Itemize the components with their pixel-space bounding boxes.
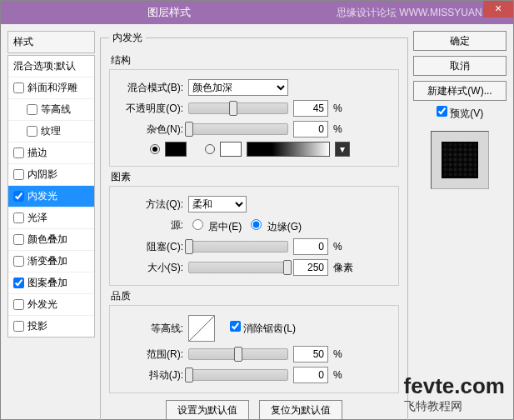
style-item-checkbox[interactable] — [13, 321, 24, 332]
style-item-checkbox[interactable] — [27, 126, 37, 137]
make-default-button[interactable]: 设置为默认值 — [166, 400, 249, 420]
style-item-checkbox[interactable] — [13, 148, 24, 158]
style-item-checkbox[interactable] — [13, 278, 24, 288]
range-slider[interactable] — [188, 348, 288, 360]
range-input[interactable] — [293, 346, 328, 362]
antialias-checkbox[interactable]: 消除锯齿(L) — [230, 321, 296, 336]
contour-label: 等高线: — [117, 322, 183, 336]
gradient-end-swatch[interactable] — [220, 142, 242, 157]
quality-legend: 品质 — [111, 289, 399, 303]
style-item-checkbox[interactable] — [13, 234, 24, 245]
style-item-label: 内阴影 — [27, 168, 57, 182]
jitter-label: 抖动(J): — [117, 368, 183, 382]
style-item-图案叠加[interactable]: 图案叠加 — [8, 272, 94, 294]
close-button[interactable]: × — [483, 1, 513, 18]
style-item-外发光[interactable]: 外发光 — [8, 294, 94, 316]
watermark: fevte.com 飞特教程网 — [404, 373, 505, 414]
style-item-内阴影[interactable]: 内阴影 — [8, 164, 94, 186]
solid-color-swatch[interactable] — [165, 142, 187, 157]
inner-glow-fieldset: 内发光 结构 混合模式(B): 颜色加深 不透明度(O): % 杂色(N): — [100, 31, 408, 420]
style-item-label: 渐变叠加 — [27, 254, 67, 268]
elements-legend: 图素 — [111, 170, 399, 184]
range-label: 范围(R): — [117, 348, 183, 362]
gradient-radio[interactable] — [205, 144, 215, 154]
ok-button[interactable]: 确定 — [413, 31, 507, 51]
choke-label: 阻塞(C): — [117, 240, 183, 254]
new-style-button[interactable]: 新建样式(W)... — [413, 81, 507, 101]
style-item-斜面和浮雕[interactable]: 斜面和浮雕 — [8, 78, 94, 99]
style-item-光泽[interactable]: 光泽 — [8, 208, 94, 229]
size-input[interactable] — [293, 259, 328, 276]
layer-style-dialog: 图层样式 思缘设计论坛 WWW.MISSYUAN.COM × 样式 混合选项:默… — [0, 0, 514, 420]
structure-legend: 结构 — [111, 53, 399, 68]
style-item-checkbox[interactable] — [27, 104, 37, 115]
source-label: 源: — [117, 218, 183, 232]
style-item-checkbox[interactable] — [13, 256, 24, 267]
source-center-radio[interactable]: 居中(E) — [188, 217, 242, 234]
noise-label: 杂色(N): — [117, 122, 183, 137]
style-item-渐变叠加[interactable]: 渐变叠加 — [8, 251, 94, 272]
style-item-checkbox[interactable] — [13, 191, 24, 202]
style-item-label: 颜色叠加 — [27, 232, 67, 247]
jitter-input[interactable] — [293, 367, 328, 383]
noise-slider[interactable] — [188, 123, 288, 135]
style-item-checkbox[interactable] — [13, 299, 24, 310]
style-item-内发光[interactable]: 内发光 — [8, 186, 94, 208]
titlebar: 图层样式 思缘设计论坛 WWW.MISSYUAN.COM × — [1, 1, 513, 24]
technique-select[interactable]: 柔和 — [188, 196, 247, 212]
size-slider[interactable] — [188, 262, 288, 273]
style-item-投影[interactable]: 投影 — [8, 316, 94, 337]
style-item-label: 等高线 — [41, 102, 71, 117]
blending-options-default[interactable]: 混合选项:默认 — [8, 56, 94, 78]
panel-title: 内发光 — [109, 31, 146, 45]
style-item-颜色叠加[interactable]: 颜色叠加 — [8, 229, 94, 251]
style-item-label: 斜面和浮雕 — [27, 81, 77, 95]
style-item-label: 图案叠加 — [27, 276, 67, 290]
noise-input[interactable] — [293, 121, 328, 138]
technique-label: 方法(Q): — [117, 198, 183, 212]
blend-mode-label: 混合模式(B): — [117, 81, 183, 95]
style-item-等高线[interactable]: 等高线 — [8, 99, 94, 121]
style-item-checkbox[interactable] — [13, 212, 24, 223]
solid-color-radio[interactable] — [150, 144, 160, 154]
source-edge-radio[interactable]: 边缘(G) — [247, 217, 302, 234]
style-item-label: 投影 — [27, 319, 47, 333]
gradient-dropdown-icon[interactable]: ▾ — [335, 142, 350, 157]
preview-thumbnail — [431, 131, 489, 189]
style-item-checkbox[interactable] — [13, 82, 24, 93]
cancel-button[interactable]: 取消 — [413, 56, 507, 76]
opacity-slider[interactable] — [188, 102, 288, 114]
gradient-swatch[interactable] — [247, 142, 330, 157]
choke-input[interactable] — [293, 238, 328, 255]
dialog-buttons: 确定 取消 新建样式(W)... 预览(V) — [413, 31, 507, 412]
choke-slider[interactable] — [188, 241, 288, 252]
style-item-label: 内发光 — [27, 189, 57, 203]
contour-picker[interactable] — [188, 315, 215, 342]
styles-header: 样式 — [7, 31, 95, 53]
reset-default-button[interactable]: 复位为默认值 — [259, 400, 342, 420]
style-item-checkbox[interactable] — [13, 169, 24, 180]
blend-mode-select[interactable]: 颜色加深 — [188, 79, 288, 96]
opacity-input[interactable] — [293, 100, 328, 117]
style-list: 混合选项:默认 斜面和浮雕等高线纹理描边内阴影内发光光泽颜色叠加渐变叠加图案叠加… — [7, 55, 95, 338]
window-title: 图层样式 — [1, 5, 337, 20]
style-item-label: 光泽 — [27, 211, 47, 225]
style-item-label: 描边 — [27, 146, 47, 160]
effect-panel: 内发光 结构 混合模式(B): 颜色加深 不透明度(O): % 杂色(N): — [100, 31, 408, 412]
styles-sidebar: 样式 混合选项:默认 斜面和浮雕等高线纹理描边内阴影内发光光泽颜色叠加渐变叠加图… — [7, 31, 95, 412]
jitter-slider[interactable] — [188, 369, 288, 381]
style-item-label: 纹理 — [41, 124, 61, 138]
style-item-纹理[interactable]: 纹理 — [8, 121, 94, 142]
style-item-label: 外发光 — [27, 298, 57, 312]
style-item-描边[interactable]: 描边 — [8, 142, 94, 164]
opacity-label: 不透明度(O): — [117, 102, 183, 116]
size-label: 大小(S): — [117, 261, 183, 275]
preview-checkbox[interactable]: 预览(V) — [413, 106, 507, 121]
